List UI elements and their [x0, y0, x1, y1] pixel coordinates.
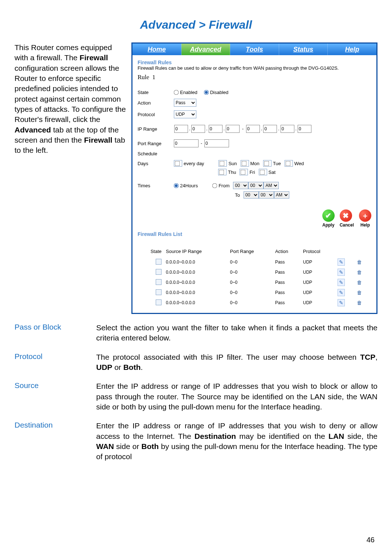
times-from-radio[interactable]: [212, 183, 217, 188]
times-label: Times: [138, 183, 174, 188]
intro-bold: Firewall: [84, 136, 112, 144]
row-ip: 0.0.0.0~0.0.0.0: [164, 298, 228, 308]
ip-b1[interactable]: [246, 125, 260, 133]
day-wed: Wed: [294, 161, 304, 166]
edit-icon[interactable]: ✎: [338, 258, 345, 266]
term-destination: Destination: [15, 421, 96, 462]
port-range-label: Port Range: [138, 141, 174, 146]
table-row: 0.0.0.0~0.0.0.00~0PassUDP✎🗑: [138, 277, 371, 287]
row-proto: UDP: [301, 257, 335, 267]
to-hh[interactable]: 00: [244, 191, 259, 199]
state-disabled-text: Disabled: [210, 90, 229, 95]
day-thu-checkbox[interactable]: [219, 170, 224, 175]
body-protocol: The protocol associated with this IP fil…: [96, 352, 377, 373]
edit-icon[interactable]: ✎: [338, 269, 345, 276]
row-state-checkbox[interactable]: [156, 259, 162, 265]
day-sun: Sun: [228, 161, 237, 166]
row-proto: UDP: [301, 267, 335, 277]
state-enabled-option[interactable]: Enabled: [174, 90, 197, 95]
body-destination: Enter the IP address or range of IP addr…: [96, 421, 377, 462]
times-24h-text: 24Hours: [180, 183, 198, 188]
trash-icon[interactable]: 🗑: [356, 289, 363, 296]
day-thu: Thu: [228, 170, 236, 175]
row-action: Pass: [273, 287, 301, 298]
day-sat-checkbox[interactable]: [260, 170, 265, 175]
edit-icon[interactable]: ✎: [338, 279, 345, 286]
day-tue-checkbox[interactable]: [264, 161, 269, 166]
row-proto: UDP: [301, 277, 335, 287]
row-ip: 0.0.0.0~0.0.0.0: [164, 277, 228, 287]
day-sun-checkbox[interactable]: [220, 161, 225, 166]
row-state-checkbox[interactable]: [156, 299, 162, 305]
times-from-option[interactable]: From: [212, 183, 229, 188]
tab-advanced[interactable]: Advanced: [181, 44, 230, 55]
from-hh[interactable]: 00: [233, 182, 248, 189]
trash-icon[interactable]: 🗑: [356, 299, 363, 306]
trash-icon[interactable]: 🗑: [356, 259, 363, 265]
day-mon: Mon: [250, 161, 260, 166]
day-mon-checkbox[interactable]: [241, 161, 246, 166]
page-number: 46: [367, 536, 375, 544]
from-mm[interactable]: 00: [248, 182, 264, 189]
col-port: Port Range: [228, 247, 273, 257]
state-disabled-option[interactable]: Disabled: [204, 90, 229, 95]
ip-a1[interactable]: [174, 125, 188, 133]
x-icon: ✖: [340, 209, 352, 222]
ip-b4[interactable]: [298, 125, 311, 133]
state-disabled-radio[interactable]: [204, 90, 209, 95]
ip-b3[interactable]: [281, 125, 294, 133]
port-from[interactable]: [174, 139, 199, 147]
days-label: Days: [138, 161, 174, 166]
row-state-checkbox[interactable]: [156, 269, 162, 275]
router-tabs: Home Advanced Tools Status Help: [132, 44, 376, 55]
port-to[interactable]: [204, 139, 229, 147]
to-ap[interactable]: AM: [274, 191, 289, 199]
row-port: 0~0: [228, 287, 273, 298]
tab-status[interactable]: Status: [279, 44, 328, 55]
row-proto: UDP: [301, 298, 335, 308]
times-to-text: To: [224, 192, 240, 198]
help-button[interactable]: ＋ Help: [359, 209, 371, 228]
intro-bold: Firewall: [79, 53, 108, 62]
row-ip: 0.0.0.0~0.0.0.0: [164, 257, 228, 267]
apply-caption: Apply: [322, 223, 335, 228]
cancel-button[interactable]: ✖ Cancel: [340, 209, 354, 228]
day-fri-checkbox[interactable]: [241, 170, 246, 175]
ip-b2[interactable]: [263, 125, 277, 133]
state-label: State: [138, 90, 174, 95]
from-ap[interactable]: AM: [264, 182, 279, 189]
edit-icon[interactable]: ✎: [338, 299, 345, 306]
everyday-text: every day: [184, 161, 204, 166]
col-action: Action: [273, 247, 301, 257]
ip-a3[interactable]: [209, 125, 222, 133]
row-state-checkbox[interactable]: [156, 279, 162, 285]
times-24h-radio[interactable]: [174, 183, 179, 188]
everyday-checkbox[interactable]: [175, 161, 180, 166]
row-action: Pass: [273, 267, 301, 277]
plus-icon: ＋: [359, 209, 371, 222]
trash-icon[interactable]: 🗑: [356, 269, 363, 276]
table-row: 0.0.0.0~0.0.0.00~0PassUDP✎🗑: [138, 287, 371, 298]
ip-a4[interactable]: [226, 125, 240, 133]
tab-tools[interactable]: Tools: [230, 44, 279, 55]
protocol-select[interactable]: UDP: [174, 110, 196, 118]
intro-text: This Router comes equipped with a firewa…: [15, 42, 127, 156]
trash-icon[interactable]: 🗑: [356, 279, 363, 286]
protocol-label: Protocol: [138, 112, 174, 117]
day-wed-checkbox[interactable]: [285, 161, 290, 166]
row-action: Pass: [273, 298, 301, 308]
edit-icon[interactable]: ✎: [338, 289, 345, 296]
day-tue: Tue: [273, 161, 281, 166]
action-select[interactable]: Pass: [174, 99, 196, 107]
to-mm[interactable]: 00: [259, 191, 274, 199]
tab-help[interactable]: Help: [328, 44, 376, 55]
row-state-checkbox[interactable]: [156, 289, 162, 295]
times-24h-option[interactable]: 24Hours: [174, 183, 198, 188]
row-action: Pass: [273, 277, 301, 287]
state-enabled-radio[interactable]: [174, 90, 179, 95]
tab-home[interactable]: Home: [132, 44, 181, 55]
col-state: State: [138, 247, 164, 257]
firewall-rules-desc: Firewall Rules can be used to allow or d…: [138, 65, 371, 71]
apply-button[interactable]: ✔ Apply: [322, 209, 335, 228]
ip-a2[interactable]: [191, 125, 205, 133]
